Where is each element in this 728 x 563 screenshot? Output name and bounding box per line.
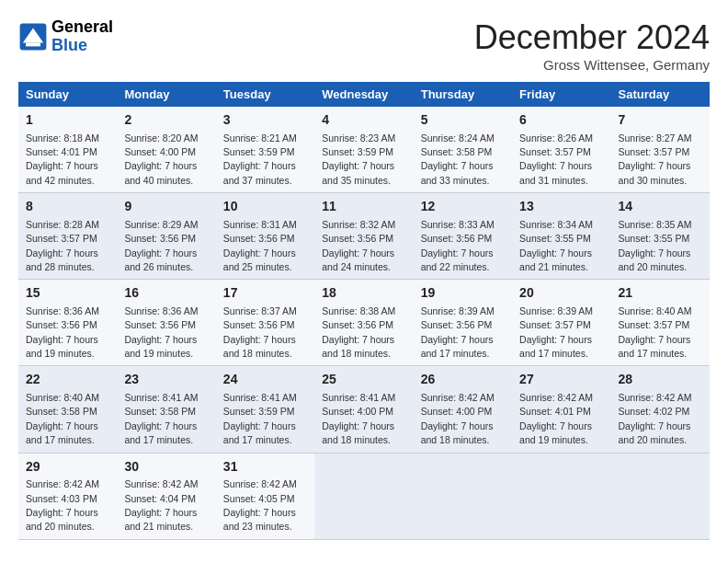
day-number: 30 [124, 458, 208, 477]
calendar-table: SundayMondayTuesdayWednesdayThursdayFrid… [18, 82, 710, 540]
day-number: 23 [124, 371, 208, 389]
calendar-cell: 1 Sunrise: 8:18 AMSunset: 4:01 PMDayligh… [18, 107, 117, 193]
month-title: December 2024 [474, 18, 710, 57]
header-saturday: Saturday [611, 82, 710, 107]
calendar-cell: 4 Sunrise: 8:23 AMSunset: 3:59 PMDayligh… [314, 107, 413, 193]
calendar-cell: 6 Sunrise: 8:26 AMSunset: 3:57 PMDayligh… [512, 107, 610, 193]
day-number: 13 [519, 198, 603, 216]
day-info: Sunrise: 8:23 AMSunset: 3:59 PMDaylight:… [322, 132, 395, 186]
header-thursday: Thursday [414, 82, 512, 107]
day-number: 6 [519, 111, 603, 130]
day-info: Sunrise: 8:34 AMSunset: 3:55 PMDaylight:… [519, 219, 593, 272]
calendar-cell: 16 Sunrise: 8:36 AMSunset: 3:56 PMDaylig… [117, 280, 215, 366]
day-number: 31 [223, 458, 307, 477]
calendar-cell: 24 Sunrise: 8:41 AMSunset: 3:59 PMDaylig… [216, 366, 314, 453]
calendar-cell: 7 Sunrise: 8:27 AMSunset: 3:57 PMDayligh… [611, 107, 710, 193]
calendar-cell: 13 Sunrise: 8:34 AMSunset: 3:55 PMDaylig… [512, 193, 610, 280]
calendar-cell [314, 453, 413, 539]
day-number: 12 [421, 198, 505, 216]
day-number: 7 [619, 111, 702, 130]
day-number: 26 [421, 371, 505, 389]
day-info: Sunrise: 8:39 AMSunset: 3:56 PMDaylight:… [421, 305, 495, 359]
day-info: Sunrise: 8:20 AMSunset: 4:00 PMDaylight:… [124, 132, 198, 186]
day-info: Sunrise: 8:26 AMSunset: 3:57 PMDaylight:… [519, 132, 593, 186]
day-info: Sunrise: 8:18 AMSunset: 4:01 PMDaylight:… [26, 132, 99, 186]
page-header: General Blue December 2024 Gross Wittens… [18, 18, 710, 73]
day-info: Sunrise: 8:39 AMSunset: 3:57 PMDaylight:… [519, 305, 593, 359]
day-info: Sunrise: 8:36 AMSunset: 3:56 PMDaylight:… [26, 305, 99, 359]
header-wednesday: Wednesday [314, 82, 413, 107]
calendar-cell: 22 Sunrise: 8:40 AMSunset: 3:58 PMDaylig… [18, 366, 117, 453]
day-info: Sunrise: 8:41 AMSunset: 3:58 PMDaylight:… [124, 392, 198, 445]
calendar-cell: 11 Sunrise: 8:32 AMSunset: 3:56 PMDaylig… [314, 193, 413, 280]
day-info: Sunrise: 8:31 AMSunset: 3:56 PMDaylight:… [223, 219, 297, 272]
day-info: Sunrise: 8:29 AMSunset: 3:56 PMDaylight:… [124, 219, 198, 272]
day-info: Sunrise: 8:35 AMSunset: 3:55 PMDaylight:… [619, 219, 692, 272]
day-info: Sunrise: 8:42 AMSunset: 4:00 PMDaylight:… [421, 392, 495, 445]
calendar-cell: 5 Sunrise: 8:24 AMSunset: 3:58 PMDayligh… [414, 107, 512, 193]
day-info: Sunrise: 8:42 AMSunset: 4:01 PMDaylight:… [519, 392, 593, 445]
day-info: Sunrise: 8:42 AMSunset: 4:04 PMDaylight:… [124, 478, 198, 532]
calendar-week-row: 22 Sunrise: 8:40 AMSunset: 3:58 PMDaylig… [18, 366, 710, 453]
logo-blue: Blue [51, 37, 113, 55]
day-info: Sunrise: 8:21 AMSunset: 3:59 PMDaylight:… [223, 132, 297, 186]
calendar-cell: 25 Sunrise: 8:41 AMSunset: 4:00 PMDaylig… [314, 366, 413, 453]
calendar-cell: 21 Sunrise: 8:40 AMSunset: 3:57 PMDaylig… [611, 280, 710, 366]
calendar-week-row: 29 Sunrise: 8:42 AMSunset: 4:03 PMDaylig… [18, 453, 710, 539]
day-info: Sunrise: 8:40 AMSunset: 3:57 PMDaylight:… [619, 305, 692, 359]
calendar-cell: 12 Sunrise: 8:33 AMSunset: 3:56 PMDaylig… [414, 193, 512, 280]
day-number: 11 [322, 198, 405, 216]
day-number: 9 [124, 198, 208, 216]
calendar-cell [611, 453, 710, 539]
calendar-cell: 9 Sunrise: 8:29 AMSunset: 3:56 PMDayligh… [117, 193, 215, 280]
header-monday: Monday [117, 82, 215, 107]
day-number: 28 [619, 371, 702, 389]
day-number: 15 [26, 284, 109, 303]
day-number: 20 [519, 284, 603, 303]
day-number: 5 [421, 111, 505, 130]
calendar-cell: 27 Sunrise: 8:42 AMSunset: 4:01 PMDaylig… [512, 366, 610, 453]
calendar-cell [512, 453, 610, 539]
location: Gross Wittensee, Germany [474, 57, 710, 73]
header-sunday: Sunday [18, 82, 117, 107]
day-number: 16 [124, 284, 208, 303]
day-info: Sunrise: 8:28 AMSunset: 3:57 PMDaylight:… [26, 219, 99, 272]
calendar-cell: 17 Sunrise: 8:37 AMSunset: 3:56 PMDaylig… [216, 280, 314, 366]
day-info: Sunrise: 8:27 AMSunset: 3:57 PMDaylight:… [619, 132, 692, 186]
calendar-cell: 14 Sunrise: 8:35 AMSunset: 3:55 PMDaylig… [611, 193, 710, 280]
day-info: Sunrise: 8:41 AMSunset: 3:59 PMDaylight:… [223, 392, 297, 445]
calendar-cell: 29 Sunrise: 8:42 AMSunset: 4:03 PMDaylig… [18, 453, 117, 539]
header-tuesday: Tuesday [216, 82, 314, 107]
day-info: Sunrise: 8:41 AMSunset: 4:00 PMDaylight:… [322, 392, 395, 445]
day-number: 4 [322, 111, 405, 130]
calendar-cell: 18 Sunrise: 8:38 AMSunset: 3:56 PMDaylig… [314, 280, 413, 366]
calendar-cell [414, 453, 512, 539]
calendar-cell: 10 Sunrise: 8:31 AMSunset: 3:56 PMDaylig… [216, 193, 314, 280]
logo: General Blue [18, 18, 113, 55]
calendar-cell: 2 Sunrise: 8:20 AMSunset: 4:00 PMDayligh… [117, 107, 215, 193]
title-block: December 2024 Gross Wittensee, Germany [474, 18, 710, 73]
day-number: 27 [519, 371, 603, 389]
day-info: Sunrise: 8:24 AMSunset: 3:58 PMDaylight:… [421, 132, 495, 186]
day-info: Sunrise: 8:42 AMSunset: 4:02 PMDaylight:… [619, 392, 692, 445]
day-info: Sunrise: 8:40 AMSunset: 3:58 PMDaylight:… [26, 392, 99, 445]
day-number: 22 [26, 371, 109, 389]
day-number: 29 [26, 458, 109, 477]
svg-rect-2 [26, 42, 40, 46]
day-info: Sunrise: 8:38 AMSunset: 3:56 PMDaylight:… [322, 305, 395, 359]
calendar-header-row: SundayMondayTuesdayWednesdayThursdayFrid… [18, 82, 710, 107]
day-number: 19 [421, 284, 505, 303]
day-number: 17 [223, 284, 307, 303]
header-friday: Friday [512, 82, 610, 107]
day-number: 2 [124, 111, 208, 130]
calendar-week-row: 1 Sunrise: 8:18 AMSunset: 4:01 PMDayligh… [18, 107, 710, 193]
logo-general: General [51, 18, 113, 37]
day-info: Sunrise: 8:33 AMSunset: 3:56 PMDaylight:… [421, 219, 495, 272]
day-info: Sunrise: 8:32 AMSunset: 3:56 PMDaylight:… [322, 219, 395, 272]
day-number: 18 [322, 284, 405, 303]
calendar-cell: 19 Sunrise: 8:39 AMSunset: 3:56 PMDaylig… [414, 280, 512, 366]
calendar-cell: 31 Sunrise: 8:42 AMSunset: 4:05 PMDaylig… [216, 453, 314, 539]
day-number: 1 [26, 111, 109, 130]
day-number: 10 [223, 198, 307, 216]
calendar-cell: 20 Sunrise: 8:39 AMSunset: 3:57 PMDaylig… [512, 280, 610, 366]
